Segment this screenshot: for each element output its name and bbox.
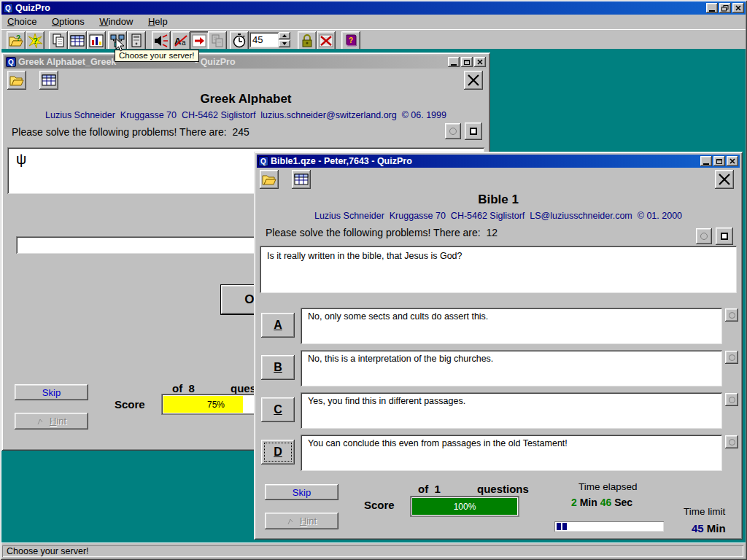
greek-open-button[interactable] bbox=[7, 71, 26, 90]
greek-sound-button[interactable] bbox=[445, 123, 461, 139]
square-icon bbox=[721, 233, 728, 240]
circle-icon bbox=[729, 312, 735, 319]
answer-c-text: Yes, you find this in different passages… bbox=[308, 396, 465, 406]
time-elapsed-label: Time elapsed bbox=[578, 481, 638, 492]
bible-hint-button[interactable]: Hint bbox=[265, 513, 338, 529]
answer-b-button[interactable]: B bbox=[261, 355, 295, 380]
bible-quiz-heading: Bible 1 bbox=[254, 192, 743, 207]
app-close-button[interactable] bbox=[732, 3, 744, 13]
greek-of-count: of 8 bbox=[172, 382, 195, 394]
open-quiz-button[interactable]: ? bbox=[7, 31, 26, 50]
answer-d-sound-button[interactable] bbox=[725, 435, 738, 448]
answer-c-box: Yes, you find this in different passages… bbox=[301, 392, 722, 429]
bible-prompt: Please solve the following problems! The… bbox=[266, 227, 498, 238]
bible-question-box: Is it really written in the bible, that … bbox=[260, 246, 737, 293]
circle-icon bbox=[729, 354, 735, 361]
restore-icon bbox=[721, 5, 729, 12]
svg-text:?: ? bbox=[16, 34, 20, 42]
copy-pages-icon bbox=[51, 34, 66, 48]
answer-d-box: You can conclude this even from passages… bbox=[301, 435, 722, 471]
delete-x-icon bbox=[319, 34, 333, 47]
greek-skip-button[interactable]: Skip bbox=[15, 384, 88, 400]
menu-item-options[interactable]: Options bbox=[46, 15, 90, 29]
answer-a-sound-button[interactable] bbox=[725, 308, 738, 322]
flash-icon: ? bbox=[28, 34, 42, 48]
bible-maximize-button[interactable] bbox=[713, 156, 725, 166]
red-arrow-icon bbox=[192, 34, 206, 47]
greek-maximize-button[interactable] bbox=[461, 57, 473, 67]
answer-b-text: No, this is a interpretation of the big … bbox=[308, 354, 493, 364]
svg-text:?: ? bbox=[33, 36, 38, 45]
auto-next-button[interactable] bbox=[190, 31, 209, 50]
circle-icon bbox=[729, 397, 735, 403]
shuffle-button[interactable] bbox=[208, 31, 227, 50]
spin-up-icon bbox=[282, 34, 287, 37]
disk-drive-icon bbox=[130, 34, 143, 48]
bible-picture-button[interactable] bbox=[716, 228, 733, 245]
greek-score-label: Score bbox=[115, 398, 145, 411]
answer-d-button[interactable]: D bbox=[261, 440, 295, 464]
minimize-icon bbox=[451, 64, 457, 66]
spinner-down-button[interactable] bbox=[279, 40, 290, 47]
bible-open-button[interactable] bbox=[260, 170, 279, 189]
bible-close-quiz-button[interactable] bbox=[715, 170, 734, 189]
bible-minimize-button[interactable] bbox=[700, 156, 712, 166]
bible-sound-button[interactable] bbox=[696, 228, 712, 244]
time-progress-bar bbox=[554, 521, 664, 532]
bible-table-button[interactable] bbox=[292, 170, 311, 189]
menu-item-help[interactable]: Help bbox=[142, 15, 174, 29]
bible-close-button[interactable] bbox=[727, 156, 738, 166]
greek-table-button[interactable] bbox=[39, 71, 58, 90]
delete-button[interactable] bbox=[317, 31, 336, 50]
menu-item-choice[interactable]: Choice bbox=[1, 15, 42, 29]
answer-c-button[interactable]: C bbox=[261, 397, 295, 422]
help-book-icon: ? bbox=[344, 34, 357, 48]
bible-score-percent: 100% bbox=[411, 497, 519, 516]
table-button[interactable] bbox=[68, 31, 87, 50]
greek-title-right: - QuizPro bbox=[195, 57, 236, 67]
answer-c-sound-button[interactable] bbox=[725, 393, 738, 406]
answer-b-sound-button[interactable] bbox=[725, 351, 738, 364]
app-q-logo-icon: Q bbox=[3, 3, 13, 13]
big-x-icon bbox=[718, 173, 731, 186]
drive-button[interactable] bbox=[127, 31, 146, 50]
greek-question-text: ψ bbox=[16, 151, 26, 168]
greek-close-button[interactable] bbox=[474, 57, 486, 67]
font-button[interactable]: A a bbox=[171, 31, 190, 50]
greek-hint-button[interactable]: Hint bbox=[15, 413, 88, 429]
circle-icon bbox=[729, 439, 735, 446]
greek-prompt: Please solve the following problems! The… bbox=[12, 126, 249, 138]
bar-chart-icon bbox=[89, 34, 104, 47]
toolbar: ? ? bbox=[1, 29, 746, 49]
maximize-icon bbox=[464, 60, 470, 65]
greek-minimize-button[interactable] bbox=[448, 57, 460, 67]
menu-item-window[interactable]: Window bbox=[93, 15, 139, 29]
quick-quiz-button[interactable]: ? bbox=[26, 31, 44, 50]
font-case-icon: A a bbox=[174, 34, 188, 48]
bible-score-bar: 100% bbox=[411, 497, 519, 516]
statistics-button[interactable] bbox=[87, 31, 106, 50]
sound-toggle-button[interactable] bbox=[152, 31, 171, 50]
bible-q-logo-icon: Q bbox=[258, 156, 268, 166]
greek-close-quiz-button[interactable] bbox=[464, 71, 483, 90]
spinner-up-button[interactable] bbox=[279, 32, 290, 39]
folder-open-icon: ? bbox=[9, 34, 23, 47]
lock-button[interactable] bbox=[298, 31, 317, 50]
app-minimize-button[interactable] bbox=[706, 3, 718, 13]
timer-button[interactable] bbox=[230, 31, 249, 50]
bible-skip-button[interactable]: Skip bbox=[265, 484, 338, 500]
greek-hint-label: Hint bbox=[50, 416, 66, 427]
help-button[interactable]: ? bbox=[341, 31, 360, 50]
svg-text:?: ? bbox=[349, 36, 353, 44]
time-limit-unit: Min bbox=[707, 522, 726, 534]
time-limit-spinner[interactable]: 45 bbox=[249, 32, 279, 47]
table-grid-icon bbox=[42, 74, 56, 87]
time-progress-segment bbox=[557, 523, 561, 530]
answer-a-button[interactable]: A bbox=[261, 313, 295, 338]
bible-title: Bible1.qze - Peter,7643 - QuizPro bbox=[271, 156, 412, 166]
app-restore-button[interactable] bbox=[719, 3, 731, 13]
copy-button[interactable] bbox=[49, 31, 68, 50]
circle-icon bbox=[700, 233, 708, 240]
greek-picture-button[interactable] bbox=[465, 122, 482, 140]
big-x-icon bbox=[467, 74, 480, 87]
